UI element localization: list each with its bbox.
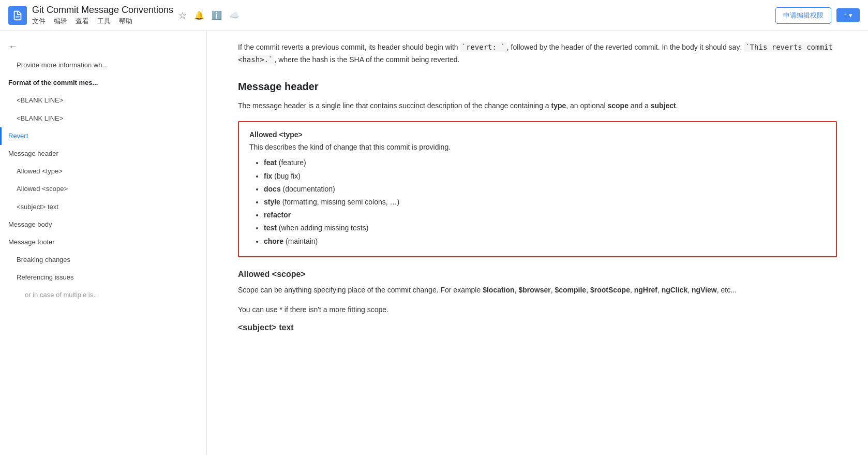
menu-view[interactable]: 查看 bbox=[76, 17, 89, 26]
sidebar-item-blank1[interactable]: <BLANK LINE> bbox=[0, 92, 206, 109]
type-style: style bbox=[264, 198, 280, 206]
share-chevron: ▾ bbox=[849, 11, 852, 19]
list-item: feat (feature) bbox=[264, 156, 826, 169]
sidebar-item-message-footer[interactable]: Message footer bbox=[0, 233, 206, 251]
sidebar-item-revert[interactable]: Revert bbox=[0, 127, 206, 145]
type-feat: feat bbox=[264, 158, 277, 167]
list-item: fix (bug fix) bbox=[264, 170, 826, 183]
sidebar-item-provide[interactable]: Provide more information wh... bbox=[0, 56, 206, 74]
sidebar-item-blank2[interactable]: <BLANK LINE> bbox=[0, 110, 206, 127]
sidebar-item-breaking-changes[interactable]: Breaking changes bbox=[0, 251, 206, 269]
type-docs: docs bbox=[264, 185, 281, 193]
revert-code-2: `This reverts commit <hash>.` bbox=[238, 42, 833, 64]
star-icon[interactable]: ☆ bbox=[178, 10, 187, 21]
sidebar-item-or-in-case[interactable]: or in case of multiple is... bbox=[0, 286, 206, 304]
scope-description: Scope can be anything specifying place o… bbox=[238, 284, 837, 297]
allowed-type-box: Allowed <type> This describes the kind o… bbox=[238, 121, 837, 257]
doc-icon bbox=[8, 6, 27, 25]
share-icon: ↑ bbox=[844, 11, 847, 19]
scope-ngview: ngView bbox=[692, 286, 717, 294]
top-bar-left: Git Commit Message Conventions 文件 编辑 查看 … bbox=[8, 5, 240, 26]
allowed-scope-heading: Allowed <scope> bbox=[238, 270, 837, 279]
edit-button[interactable]: 申请编辑权限 bbox=[775, 7, 831, 24]
allowed-type-description: This describes the kind of change that t… bbox=[249, 143, 826, 151]
subject-heading: <subject> text bbox=[238, 323, 837, 332]
cloud-icon[interactable]: ☁️ bbox=[229, 10, 240, 20]
list-item: docs (documentation) bbox=[264, 183, 826, 196]
menu-file[interactable]: 文件 bbox=[32, 17, 46, 26]
revert-code-1: `revert: ` bbox=[460, 42, 507, 52]
back-button[interactable]: ← bbox=[0, 37, 206, 56]
list-item: refactor bbox=[264, 209, 826, 222]
share-button[interactable]: ↑ ▾ bbox=[836, 8, 860, 22]
sidebar: ← Provide more information wh... Format … bbox=[0, 31, 207, 455]
menu-help[interactable]: 帮助 bbox=[119, 17, 132, 26]
sidebar-item-subject-text[interactable]: <subject> text bbox=[0, 198, 206, 216]
sidebar-item-format[interactable]: Format of the commit mes... bbox=[0, 74, 206, 92]
title-area: Git Commit Message Conventions 文件 编辑 查看 … bbox=[32, 5, 173, 26]
page-title: Git Commit Message Conventions bbox=[32, 5, 173, 16]
menu-edit[interactable]: 编辑 bbox=[54, 17, 67, 26]
type-test: test bbox=[264, 224, 277, 232]
sidebar-item-referencing-issues[interactable]: Referencing issues bbox=[0, 269, 206, 286]
sidebar-item-allowed-type[interactable]: Allowed <type> bbox=[0, 163, 206, 180]
scope-compile: $compile bbox=[555, 286, 586, 294]
svg-rect-0 bbox=[16, 16, 19, 16]
message-header-heading: Message header bbox=[238, 81, 837, 93]
type-bold: type bbox=[551, 101, 566, 110]
list-item: style (formatting, missing semi colons, … bbox=[264, 196, 826, 209]
scope-ngclick: ngClick bbox=[662, 286, 688, 294]
subject-bold: subject bbox=[651, 101, 676, 110]
message-header-description: The message header is a single line that… bbox=[238, 100, 837, 112]
info-icon[interactable]: ℹ️ bbox=[212, 10, 222, 20]
menu-bar: 文件 编辑 查看 工具 帮助 bbox=[32, 17, 173, 26]
sidebar-item-message-header[interactable]: Message header bbox=[0, 145, 206, 163]
top-bar-right: 申请编辑权限 ↑ ▾ bbox=[775, 7, 860, 24]
scope-rootscope: $rootScope bbox=[590, 286, 630, 294]
content-area: If the commit reverts a previous commit,… bbox=[207, 31, 868, 455]
top-bar: Git Commit Message Conventions 文件 编辑 查看 … bbox=[0, 0, 868, 31]
allowed-type-list: feat (feature) fix (bug fix) docs (docum… bbox=[249, 156, 826, 247]
main-layout: ← Provide more information wh... Format … bbox=[0, 31, 868, 455]
top-bar-icons: ☆ 🔔 ℹ️ ☁️ bbox=[178, 10, 240, 21]
scope-browser: $browser bbox=[518, 286, 550, 294]
svg-rect-1 bbox=[16, 17, 18, 18]
scope-bold: scope bbox=[607, 101, 628, 110]
sidebar-item-message-body[interactable]: Message body bbox=[0, 216, 206, 233]
sidebar-item-allowed-scope[interactable]: Allowed <scope> bbox=[0, 180, 206, 198]
scope-wildcard-text: You can use * if there isn't a more fitt… bbox=[238, 304, 837, 316]
menu-tools[interactable]: 工具 bbox=[97, 17, 111, 26]
revert-intro-paragraph: If the commit reverts a previous commit,… bbox=[238, 41, 837, 66]
list-item: test (when adding missing tests) bbox=[264, 222, 826, 234]
type-chore: chore bbox=[264, 237, 283, 245]
allowed-type-title: Allowed <type> bbox=[249, 130, 826, 139]
scope-location: $location bbox=[483, 286, 514, 294]
bell-icon[interactable]: 🔔 bbox=[194, 10, 204, 20]
type-refactor: refactor bbox=[264, 211, 291, 219]
type-fix: fix bbox=[264, 172, 272, 180]
scope-nghref: ngHref bbox=[634, 286, 657, 294]
list-item: chore (maintain) bbox=[264, 235, 826, 248]
back-arrow-icon: ← bbox=[8, 41, 18, 52]
